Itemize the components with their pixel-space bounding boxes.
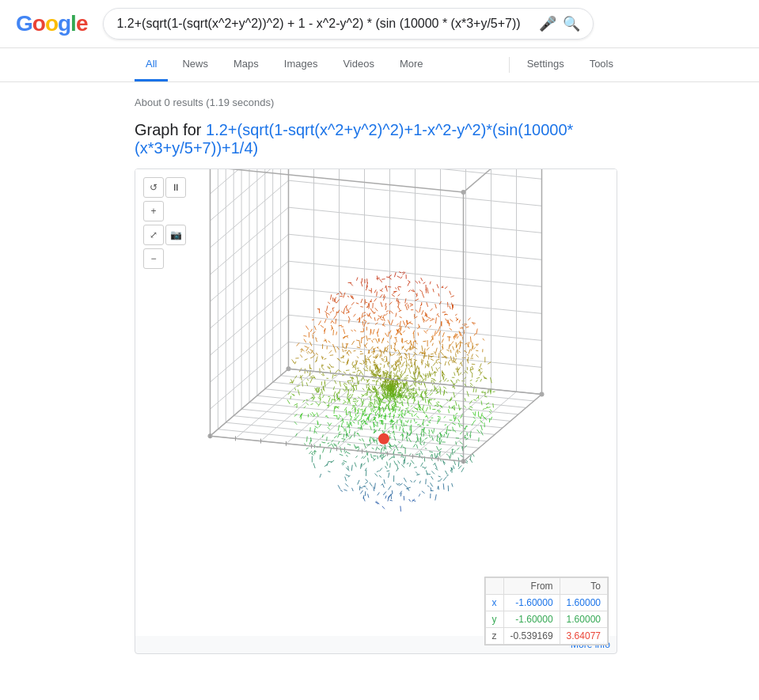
search-input[interactable] <box>116 17 533 31</box>
pause-button[interactable]: ⏸ <box>165 177 186 198</box>
range-header-var <box>485 578 503 595</box>
3d-graph[interactable] <box>135 169 617 636</box>
range-var-z: z <box>485 628 503 645</box>
nav-item-maps[interactable]: Maps <box>222 48 270 81</box>
range-var-x: x <box>485 595 503 611</box>
ctrl-row-top: ↺ ⏸ <box>143 177 186 198</box>
range-to-y: 1.60000 <box>560 611 607 628</box>
range-to-x: 1.60000 <box>560 595 607 611</box>
graph-title: Graph for 1.2+(sqrt(1-sqrt(x^2+y^2)^2)+1… <box>135 121 624 157</box>
nav-item-settings[interactable]: Settings <box>516 48 575 81</box>
range-row-y: y -1.60000 1.60000 <box>485 611 607 628</box>
fit-button[interactable]: ⤢ <box>143 225 164 245</box>
nav-item-more[interactable]: More <box>389 48 435 81</box>
ctrl-row-zoom-in: + <box>143 201 186 221</box>
microphone-icon[interactable]: 🎤 <box>539 15 556 32</box>
range-table: From To x -1.60000 1.60000 y -1.60000 1.… <box>484 577 609 645</box>
ctrl-row-zoom-out: − <box>143 248 186 269</box>
search-button[interactable]: 🔍 <box>563 15 580 32</box>
range-from-y: -1.60000 <box>503 611 560 628</box>
results-section: About 0 results (1.19 seconds) Graph for… <box>0 82 759 662</box>
nav-item-videos[interactable]: Videos <box>332 48 385 81</box>
graph-prefix: Graph for <box>135 121 206 138</box>
zoom-out-button[interactable]: − <box>143 248 164 269</box>
graph-controls: ↺ ⏸ + ⤢ 📷 − <box>143 177 186 269</box>
range-var-y: y <box>485 611 503 628</box>
google-logo[interactable]: Google <box>16 11 87 36</box>
range-from-x: -1.60000 <box>503 595 560 611</box>
nav-item-tools[interactable]: Tools <box>579 48 624 81</box>
nav-item-news[interactable]: News <box>171 48 219 81</box>
range-to-z: 3.64077 <box>560 628 607 645</box>
graph-container: ↺ ⏸ + ⤢ 📷 − From <box>135 168 617 654</box>
ctrl-row-fit: ⤢ 📷 <box>143 225 186 245</box>
zoom-in-button[interactable]: + <box>143 201 164 221</box>
search-bar: 🎤 🔍 <box>103 8 594 40</box>
nav-item-images[interactable]: Images <box>273 48 329 81</box>
graph-canvas[interactable] <box>135 169 617 636</box>
range-from-z: -0.539169 <box>503 628 560 645</box>
nav-divider <box>509 57 510 73</box>
nav-right: Settings Tools <box>506 48 624 81</box>
header: Google 🎤 🔍 <box>0 0 759 48</box>
nav-bar: All News Maps Images Videos More Setting… <box>0 48 759 82</box>
results-count: About 0 results (1.19 seconds) <box>135 90 624 121</box>
range-row-z: z -0.539169 3.64077 <box>485 628 607 645</box>
nav-item-all[interactable]: All <box>135 48 168 81</box>
range-header-from: From <box>503 578 560 595</box>
range-header-to: To <box>560 578 607 595</box>
range-row-x: x -1.60000 1.60000 <box>485 595 607 611</box>
camera-button[interactable]: 📷 <box>165 225 186 245</box>
rotate-button[interactable]: ↺ <box>143 177 164 198</box>
